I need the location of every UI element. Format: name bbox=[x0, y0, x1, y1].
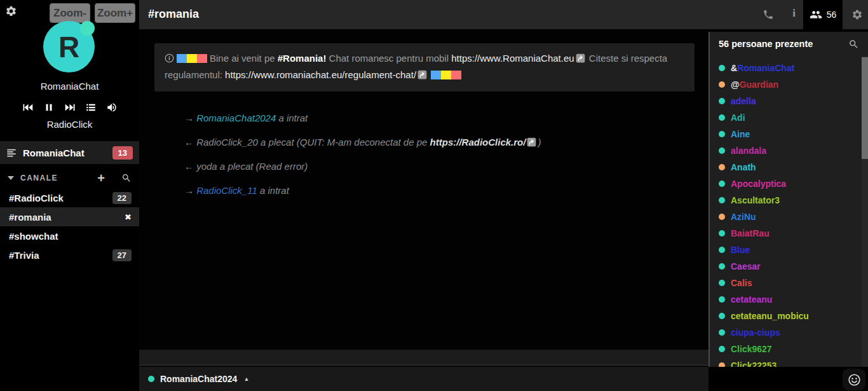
network-label: RomaniaChat bbox=[23, 147, 85, 158]
scrollbar-thumb[interactable] bbox=[862, 57, 868, 159]
user-list-item[interactable]: Aine bbox=[710, 126, 868, 142]
user-list-item[interactable]: Apocalyptica bbox=[710, 175, 868, 192]
chevron-down-icon[interactable] bbox=[8, 176, 14, 180]
message-text: yoda a plecat (Read error) bbox=[196, 161, 308, 172]
status-dot bbox=[719, 296, 725, 303]
logo-status-dot bbox=[80, 21, 95, 36]
status-dot bbox=[719, 313, 725, 319]
user-list-item[interactable]: Click9627 bbox=[710, 341, 868, 357]
user-nick: Click22253 bbox=[731, 360, 776, 367]
message-nick[interactable]: RadioClick_11 bbox=[196, 185, 257, 196]
user-list-item[interactable]: Blue bbox=[710, 242, 868, 258]
channel-item-radioclick[interactable]: #RadioClick 22 bbox=[0, 188, 139, 207]
user-list-item[interactable]: alandala bbox=[710, 142, 868, 159]
welcome-link-1[interactable]: https://www.RomaniaChat.eu bbox=[451, 53, 574, 64]
station-logo[interactable]: R bbox=[43, 21, 95, 72]
romania-flag-icon bbox=[177, 52, 207, 67]
channel-item-showchat[interactable]: #showchat bbox=[0, 226, 139, 245]
channel-settings-icon[interactable] bbox=[851, 9, 863, 20]
welcome-text: Bine ai venit pe bbox=[210, 53, 278, 64]
add-channel-icon[interactable]: + bbox=[97, 171, 105, 186]
welcome-link-2[interactable]: https://www.romaniachat.eu/regulament-ch… bbox=[225, 69, 416, 80]
channel-title: #romania bbox=[148, 8, 199, 21]
left-sidebar: Zoom- Zoom+ R RomaniaChat RadioClick Rom… bbox=[0, 0, 139, 391]
status-dot bbox=[719, 197, 725, 203]
emoji-picker-button[interactable] bbox=[843, 369, 865, 390]
user-list-item[interactable]: Anath bbox=[710, 159, 868, 175]
volume-icon[interactable] bbox=[106, 102, 118, 113]
user-list-panel: 56 persoane prezente &RomaniaChat @Guard… bbox=[709, 32, 868, 367]
call-icon[interactable] bbox=[763, 9, 774, 20]
welcome-highlight: #Romania! bbox=[278, 53, 327, 64]
channels-section-header[interactable]: CANALE + bbox=[0, 169, 139, 187]
network-title: RomaniaChat bbox=[0, 81, 139, 92]
own-nick[interactable]: RomaniaChat2024 bbox=[160, 374, 237, 384]
message-area: Bine ai venit pe #Romania! Chat romanesc… bbox=[139, 29, 709, 367]
user-list-toggle-button[interactable]: 56 bbox=[803, 0, 843, 29]
external-link-icon[interactable] bbox=[417, 70, 427, 79]
zoom-out-button[interactable]: Zoom- bbox=[50, 3, 90, 23]
own-nick-area: RomaniaChat2024 ▲ bbox=[139, 367, 709, 391]
user-list-item[interactable]: BaiatRau bbox=[710, 225, 868, 242]
network-row[interactable]: RomaniaChat 13 bbox=[0, 141, 139, 164]
user-count: 56 bbox=[827, 10, 837, 20]
user-list-scrollbar[interactable] bbox=[862, 56, 868, 367]
user-list-title: 56 persoane prezente bbox=[719, 39, 848, 49]
channel-name: #romania bbox=[9, 212, 51, 223]
status-dot bbox=[719, 181, 725, 187]
user-list-item[interactable]: Ascultator3 bbox=[710, 192, 868, 209]
user-list-item[interactable]: Caesar bbox=[710, 258, 868, 275]
external-link-icon[interactable] bbox=[527, 137, 536, 147]
message-text: ) bbox=[538, 137, 541, 147]
channel-search-icon[interactable] bbox=[121, 173, 132, 183]
status-dot bbox=[719, 280, 725, 286]
zoom-in-button[interactable]: Zoom+ bbox=[95, 3, 135, 23]
settings-gear-icon[interactable] bbox=[5, 5, 17, 17]
join-message: → RomaniaChat2024 a intrat bbox=[184, 112, 689, 125]
user-list-item[interactable]: Click22253 bbox=[710, 357, 868, 367]
logo-letter: R bbox=[58, 30, 79, 64]
user-list-item[interactable]: cetateanu_mobicu bbox=[710, 308, 868, 324]
pause-icon[interactable] bbox=[43, 102, 55, 113]
skip-previous-icon[interactable] bbox=[22, 102, 34, 113]
external-link-icon[interactable] bbox=[576, 53, 585, 63]
online-status-dot bbox=[148, 376, 154, 382]
user-list-item[interactable]: Calis bbox=[710, 275, 868, 291]
user-list-item[interactable]: &RomaniaChat bbox=[710, 60, 868, 76]
channel-name: #RadioClick bbox=[9, 193, 64, 203]
user-list-item[interactable]: @Guardian bbox=[710, 76, 868, 93]
message-link[interactable]: https://RadioClick.ro/ bbox=[430, 137, 526, 147]
info-icon[interactable]: i bbox=[792, 7, 796, 20]
radio-player-controls bbox=[0, 102, 139, 113]
user-list-item[interactable]: cetateanu bbox=[710, 291, 868, 308]
user-search-icon[interactable] bbox=[848, 39, 859, 50]
nick-menu-arrow-icon[interactable]: ▲ bbox=[243, 376, 249, 382]
network-unread-badge: 13 bbox=[112, 146, 133, 160]
status-dot bbox=[719, 164, 725, 170]
close-channel-icon[interactable]: ✖ bbox=[125, 212, 132, 222]
status-dot bbox=[719, 214, 725, 220]
quit-message: ← yoda a plecat (Read error) bbox=[184, 160, 689, 173]
message-input[interactable] bbox=[139, 350, 709, 366]
user-list-item[interactable]: AziNu bbox=[710, 209, 868, 225]
status-dot bbox=[719, 131, 725, 137]
user-list-item[interactable]: Adi bbox=[710, 109, 868, 126]
user-list-item[interactable]: adella bbox=[710, 93, 868, 109]
status-dot bbox=[719, 65, 725, 71]
info-circle-icon bbox=[165, 53, 174, 63]
user-list-item[interactable]: ciupa-ciups bbox=[710, 324, 868, 341]
status-dot bbox=[719, 263, 725, 270]
channel-list: #RadioClick 22 #romania ✖ #showchat #Tri… bbox=[0, 188, 139, 264]
message-nick[interactable]: RomaniaChat2024 bbox=[196, 113, 276, 123]
message-text: a intrat bbox=[276, 113, 308, 123]
playlist-icon[interactable] bbox=[85, 102, 97, 113]
user-nick: Calis bbox=[731, 278, 752, 288]
join-message: → RadioClick_11 a intrat bbox=[184, 184, 689, 197]
message-text: a intrat bbox=[257, 185, 289, 196]
status-dot bbox=[719, 147, 725, 154]
welcome-text: Chat romanesc pentru mobil bbox=[326, 53, 451, 64]
user-nick: cetateanu_mobicu bbox=[731, 311, 809, 321]
channel-item-romania[interactable]: #romania ✖ bbox=[0, 207, 139, 226]
skip-next-icon[interactable] bbox=[64, 102, 76, 113]
channel-item-trivia[interactable]: #Trivia 27 bbox=[0, 245, 139, 264]
